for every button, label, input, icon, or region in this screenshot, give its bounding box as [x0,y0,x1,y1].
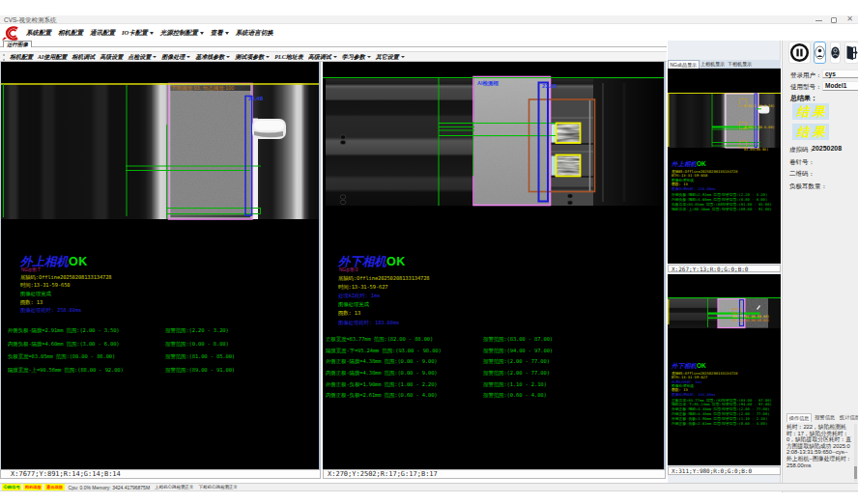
toolbar-item-label: 高级设置 [100,53,123,62]
pause-button[interactable] [788,42,811,64]
thumb-measurement: 负极宽度=83.05mm 范围:(80.00 - 86.00) [672,203,722,207]
user-icon [815,42,825,63]
logout-button[interactable] [844,42,858,64]
info-line: 图像处理完成 [338,301,369,307]
menu-item-camera-config[interactable]: 相机配置 [58,29,83,38]
info-line: 图像处理耗时: 258.00ms [20,307,81,313]
tab-lower-camera[interactable]: 下相机显示 [727,60,754,69]
toolbar-item-learning-params[interactable]: 学习参数 [342,53,371,62]
camera-view-lower[interactable]: AI检测框 23.88 外下相机OK NG存图:0 底轴码:Offline202… [323,62,666,469]
restore-icon[interactable] [831,17,837,23]
thumb-annotation: 83.05(80-86) [744,148,768,152]
measurement: 内侧正极-负极=2.61mm 范围:(0.60 - 4.00) [326,392,438,398]
measurement: 内侧负极-隔膜=4.60mm 范围:(3.00 - 6.00) [8,341,120,347]
measurement: 隔膜宽度-上=90.56mm 范围:(88.00 - 92.00) [8,367,124,373]
toolbar-item-label: 其它设置 [376,53,399,62]
pause-icon [789,42,810,63]
measurement: 外侧正极-负极=1.90mm 范围:(1.00 - 2.20) [326,381,438,387]
comm-status-badge: 通讯连接 [44,484,64,490]
camera-ng-flag: NG存图:T [21,267,41,272]
measurement: 隔膜宽度-下=95.24mm 范围:(93.00 - 98.00) [326,348,442,353]
camera-ng-flag: NG存图:0 [339,267,358,272]
model-field[interactable]: Model1 [822,81,858,91]
thumb-measurement: 内侧正极-负极=2.61mm 范围:(0.60 - 4.00) [672,422,722,426]
log-scrollbar[interactable] [854,424,857,482]
tab-statistics-info[interactable]: 统计信息 [839,413,858,422]
close-icon[interactable]: ✕ [845,14,854,23]
thumbnail-tabs: NG成品显示 上相机显示 下相机显示 [668,60,781,69]
result-display-1: 结 果 [792,103,829,120]
tab-upper-camera[interactable]: 上相机显示 [700,60,727,69]
thumb-measurement: 隔膜宽度-下=95.24mm 范围:(93.00 - 98.00) [672,403,722,406]
toolbar-item-plc-address[interactable]: PLC地址表 [274,53,302,62]
measurement: 正极宽度=83.77mm 范围:(82.00 - 88.00) [326,336,433,342]
info-line: 时间:13-31-59-627 [338,284,387,290]
toolbar-item-label: AI使用配置 [38,53,67,62]
toolbar-item-camera-debug[interactable]: 相机调试 [72,53,95,62]
thumb-measurement: 外侧正极-负极=1.90mm 范围:(1.00 - 2.20) [672,417,722,421]
measurement: 外侧负极-隔膜=2.91mm 范围:(2.00 - 3.50) [8,327,120,333]
measurement: 负极宽度=83.05mm 范围:(80.00 - 86.00) [8,353,115,359]
log-panel: 操作信息 报警信息 统计信息 耗时：222，缺陷检测耗时：17，缺陷分类耗时：0… [783,410,858,484]
thumb-annotation: 2.91(2.00-3.50) [744,104,775,108]
info-line: 图像处理完成 [20,291,51,296]
toolbar-item-label: 点检设置 [128,53,151,62]
measurement-alarm: 报警范围:(2.20 - 3.20) [165,327,229,333]
toolbar-item-label: 相机调试 [72,53,95,62]
chevron-down-icon [266,56,270,58]
menu-item-system-config[interactable]: 系统配置 [26,29,51,38]
toolbar-item-label: 测试项参数 [235,53,264,62]
thumb-annotation: 95.24(93.00-98.00) [733,319,770,322]
thumb-info-line: 图像处理耗时: 183.00ms [672,393,716,397]
log-scrollbar-thumb[interactable] [854,466,857,479]
info-line: 圈数: 13 [20,299,43,305]
tab-alarm-info[interactable]: 报警信息 [814,413,837,422]
login-user-button[interactable] [814,42,826,64]
thumb-measurement: 外侧正极-隔膜=4.38mm 范围:(0.00 - 9.00) [672,407,722,411]
measurement: 内侧正极-隔膜=4.38mm 范围:(0.00 - 9.00) [326,370,438,376]
menu-item-label: 光源控制配置 [160,29,198,38]
toolbar-item-test-params[interactable]: 测试项参数 [235,53,270,62]
toolbar-item-camera-config[interactable]: 相机配置 [10,53,33,62]
menu-item-view[interactable]: 查看 [211,29,229,38]
toolbar-item-advanced-settings[interactable]: 高级设置 [100,53,123,62]
operator-icon [831,42,840,63]
measurement-alarm: 报警范围:(94.00 - 97.00) [483,348,553,353]
menu-item-language[interactable]: 系统语言切换 [236,29,273,38]
chevron-down-icon [401,56,405,58]
toolbar-item-spot-check[interactable]: 点检设置 [128,53,157,62]
chevron-down-icon [333,56,337,58]
toolbar-item-other-settings[interactable]: 其它设置 [376,53,405,62]
menu-item-light-config[interactable]: 光源控制配置 [160,29,204,38]
thumb-camera-result: OK [697,362,706,369]
logout-icon [845,42,858,63]
menu-item-label: 系统配置 [26,29,51,38]
measurement-alarm: 报警范围:(83.00 - 87.00) [483,336,553,342]
thumbnail-view-upper[interactable]: 2.91(2.00-3.50) 4.60(3.00-6.00) 83.05(80… [668,69,781,264]
thumbnail-view-lower[interactable]: 83.77(82.00-88.00) 95.24(93.00-98.00) 外下… [668,274,781,465]
result-display-2: 结 果 [792,124,829,140]
roi-value-label: 23.48 [248,96,263,102]
operator-button[interactable] [830,42,841,64]
menu-item-comm-config[interactable]: 通讯配置 [90,29,115,38]
toolbar-grip[interactable] [3,54,5,61]
tab-ng-display[interactable]: NG成品显示 [668,60,700,69]
toolbar-item-image-processing[interactable]: 图像处理 [161,53,190,62]
threshold-label: 下限阈值:93, 动态阈值:100 [171,85,234,91]
menu-item-io-config[interactable]: IO卡配置 [122,29,154,38]
tab-operation-info[interactable]: 操作信息 [786,413,812,422]
toolbar-item-baseline-params[interactable]: 基准线参数 [195,53,230,62]
tab-run-image[interactable]: 运行图像 [3,41,32,47]
log-tabs: 操作信息 报警信息 统计信息 [786,413,858,422]
toolbar-item-ai-config[interactable]: AI使用配置 [38,53,67,62]
measurement-alarm: 报警范围:(0.00 - 8.00) [165,341,229,347]
camera-view-upper[interactable]: 下限阈值:93, 动态阈值:100 23.48 外上相机OK NG存图:T 底轴… [0,62,321,469]
model-label: 使用型号： [790,83,822,92]
app-logo-icon [2,26,23,41]
camera-result: OK [69,255,88,268]
login-user-field[interactable]: cys [822,70,858,79]
ai-box-label: AI检测框 [477,80,499,87]
thumb-annotation: 83.77(82.00-88.00) [733,315,770,319]
minimize-icon[interactable] [815,20,822,21]
toolbar-item-advanced-debug[interactable]: 高级调试 [308,53,337,62]
